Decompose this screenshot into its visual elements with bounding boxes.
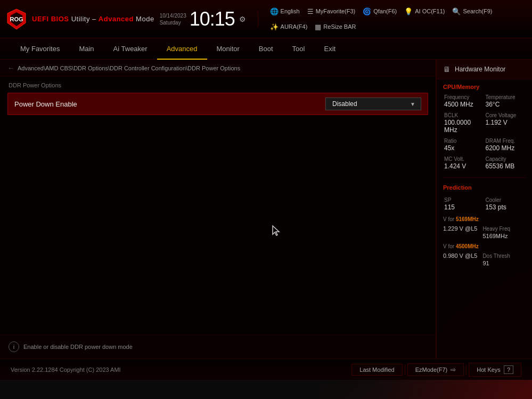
hot-keys-label: Hot Keys [477,367,501,373]
hw-monitor-panel: 🖥 Hardware Monitor CPU/Memory Frequency … [436,60,532,359]
v-5169-highlight: 5169MHz [456,216,479,222]
status-aioc[interactable]: 💡 AI OC(F11) [404,7,445,15]
nav-boot[interactable]: Boot [249,38,283,60]
sp-value: 115 [444,203,484,211]
time-display: 10/14/2023Saturday 10:15 ⚙ [160,8,246,30]
nav-monitor[interactable]: Monitor [207,38,249,60]
option-dropdown[interactable]: Disabled ▼ [325,97,421,110]
v-5169-sub1: 1.229 V @L5 [443,225,477,232]
option-value: Disabled [332,100,357,108]
resize-icon: ▦ [315,23,321,31]
divider [258,11,258,28]
option-label: Power Down Enable [14,100,77,108]
temperature-value: 36°C [486,101,525,108]
aura-icon: ✨ [270,23,279,31]
prediction-section: SP 115 Cooler 153 pts V for 5169MHz 1.22… [437,193,532,271]
breadcrumb: ← Advanced\AMD CBS\DDR Options\DDR Contr… [0,60,436,77]
dos-thresh-value: 91 [482,260,510,266]
bclk-cell: BCLK 100.0000 MHz [443,110,485,136]
status-qfan[interactable]: 🌀 Qfan(F6) [363,7,397,15]
v-4500-sub1: 0.980 V @L5 [443,253,477,259]
prediction-label: Prediction [437,180,532,193]
settings-icon[interactable]: ⚙ [239,15,246,23]
header: ROG UEFI BIOS Utility – Advanced Mode 10… [0,0,532,38]
cpu-memory-label: CPU/Memory [437,79,532,92]
time-text: 10:15 [190,8,235,30]
help-text: Enable or disable DDR power down mode [23,344,133,350]
ratio-cell: Ratio 45x [443,136,485,154]
prediction-4500-row: V for 4500MHz 0.980 V @L5 Dos Thresh 91 [443,243,526,266]
heavy-freq-value: 5169MHz [482,233,510,239]
svg-marker-3 [273,226,279,235]
dos-thresh-label: Dos Thresh [482,253,510,259]
main-layout: ← Advanced\AMD CBS\DDR Options\DDR Contr… [0,60,532,359]
content-area: ← Advanced\AMD CBS\DDR Options\DDR Contr… [0,60,436,359]
mc-volt-cell: MC Volt. 1.424 V [443,154,485,172]
hw-monitor-title: Hardware Monitor [455,66,505,73]
logo-area: ROG UEFI BIOS Utility – Advanced Mode [5,8,154,30]
aioc-label: AI OC(F11) [415,8,445,14]
nav-exit[interactable]: Exit [314,38,345,60]
nav-tool[interactable]: Tool [283,38,315,60]
prediction-5169-row: V for 5169MHz 1.229 V @L5 Heavy Freq 516… [443,216,526,239]
cooler-label: Cooler [486,197,525,203]
section-label: DDR Power Options [0,77,436,91]
ratio-value: 45x [444,144,484,152]
hw-grid-top: Frequency 4500 MHz Temperature 36°C BCLK… [437,92,532,175]
capacity-label: Capacity [486,156,525,162]
v-5169-sub1-cell: 1.229 V @L5 [443,223,477,239]
myfav-icon: ☰ [307,7,314,15]
status-myfavorite[interactable]: ☰ MyFavorite(F3) [307,7,356,15]
footer-right: Last Modified EzMode(F7) ⇨ Hot Keys ? [351,363,521,377]
version-text: Version 2.22.1284 Copyright (C) 2023 AMI [11,367,121,373]
capacity-cell: Capacity 65536 MB [485,154,526,172]
temperature-cell: Temperature 36°C [485,92,526,110]
last-modified-label: Last Modified [359,367,394,373]
nav-ai-tweaker[interactable]: Ai Tweaker [104,38,157,60]
v-for-4500-label: V for 4500MHz [443,243,526,249]
back-arrow-icon[interactable]: ← [7,64,14,72]
dos-thresh-cell: Dos Thresh 91 [482,250,510,266]
aura-label: AURA(F4) [281,23,308,30]
ezmode-label: EzMode(F7) [415,367,448,373]
qfan-icon: 🌀 [363,7,371,15]
status-english[interactable]: 🌐 English [270,7,300,15]
svg-text:ROG: ROG [10,16,23,22]
frequency-label: Frequency [444,94,484,100]
nav-advanced[interactable]: Advanced [157,38,207,60]
hot-keys-button[interactable]: Hot Keys ? [469,363,521,377]
english-label: English [281,8,300,14]
power-down-enable-row[interactable]: Power Down Enable Disabled ▼ [7,93,428,115]
ezmode-arrow-icon: ⇨ [451,366,456,373]
status-search[interactable]: 🔍 Search(F9) [452,7,492,15]
hw-monitor-header: 🖥 Hardware Monitor [437,60,532,79]
last-modified-button[interactable]: Last Modified [351,364,402,376]
footer: Version 2.22.1284 Copyright (C) 2023 AMI… [0,359,532,380]
v-5169-values: 1.229 V @L5 Heavy Freq 5169MHz [443,223,526,239]
resize-label: ReSize BAR [323,23,356,30]
temperature-label: Temperature [486,94,525,100]
aioc-icon: 💡 [404,7,413,15]
hot-keys-q-icon: ? [504,365,513,374]
v-4500-sub1-cell: 0.980 V @L5 [443,250,477,266]
nav-my-favorites[interactable]: My Favorites [11,38,69,60]
v-for-5169-label: V for 5169MHz [443,216,526,222]
heavy-freq-label: Heavy Freq [482,226,510,232]
cooler-value: 153 pts [486,203,525,211]
help-bar: i Enable or disable DDR power down mode [0,335,436,359]
nav-bar: My Favorites Main Ai Tweaker Advanced Mo… [0,38,532,60]
status-aura[interactable]: ✨ AURA(F4) [270,23,308,31]
sp-label: SP [444,197,484,203]
core-voltage-cell: Core Voltage 1.192 V [485,110,526,136]
v-4500-values: 0.980 V @L5 Dos Thresh 91 [443,250,526,266]
mc-volt-label: MC Volt. [444,156,484,162]
nav-main[interactable]: Main [69,38,103,60]
status-items: 🌐 English ☰ MyFavorite(F3) 🌀 Qfan(F6) 💡 … [270,7,521,31]
ezmode-button[interactable]: EzMode(F7) ⇨ [407,363,464,376]
search-icon: 🔍 [452,7,461,15]
mc-volt-value: 1.424 V [444,162,484,170]
status-resize[interactable]: ▦ ReSize BAR [315,23,356,31]
core-voltage-label: Core Voltage [486,112,525,118]
ratio-label: Ratio [444,138,484,144]
time-bar: 10/14/2023Saturday 10:15 ⚙ 🌐 English ☰ M… [154,7,527,31]
